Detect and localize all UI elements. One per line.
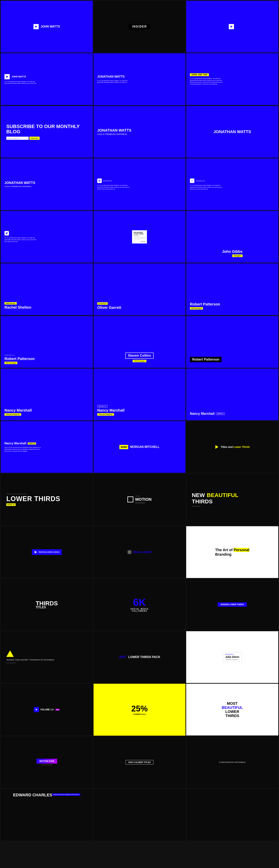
lead-box: LEAD MOTION DESIGNER xyxy=(128,495,151,504)
cell-r3c2: JONATHAN WATTS LOVE IS TREMBLING HAPPINE… xyxy=(94,106,186,158)
cell-r1c3 xyxy=(186,1,278,53)
cell-r8c2: Speaker 01 Nancy Marshall Television Rep… xyxy=(94,369,186,420)
logo-icon xyxy=(33,24,39,29)
produced-by: PRODUCED BY WAVE SPACE xyxy=(6,493,27,495)
svg-rect-12 xyxy=(130,552,131,553)
name-text: Rachel Shelton xyxy=(4,305,31,310)
police-row: American police unions xyxy=(32,549,62,555)
speaker-label: Speaker 01 xyxy=(97,405,107,407)
cell-r15c3: ★ NEW DESIGN BY MOTIONRAM xyxy=(186,736,278,788)
instagram-body: Hi, I'm a professional motion designer. … xyxy=(97,184,131,190)
book-publisher: MotionRam xyxy=(134,241,145,242)
svg-rect-11 xyxy=(128,552,129,553)
logo-name-row: JOHN WATTS xyxy=(33,24,60,29)
thirds-titles-block: THIRDS TITLES xyxy=(36,600,58,609)
name-text: Nancy Marshall xyxy=(4,408,32,412)
subscribe-button[interactable]: Subscribe xyxy=(29,136,40,140)
role-badge-bottom: PHP Developer xyxy=(190,307,203,310)
bobo-row: BOBO Morgan Mitchell xyxy=(119,445,160,449)
cell-r9c3: Titles and Lower Thirds xyxy=(186,421,278,473)
beautiful-text: MOST BEAUTIFUL LOWER THIRDS xyxy=(222,702,243,718)
lead-title: MOTION xyxy=(135,497,151,502)
julia-label: PRESENTER xyxy=(225,654,239,655)
cell-r14c3: MOST BEAUTIFUL LOWER THIRDS xyxy=(186,684,278,736)
logo-icon xyxy=(4,74,10,79)
edward-role-badge: PRESENTATION BRAND SPECIALIST xyxy=(52,793,80,796)
cell-r4c3: f facebook.com Hi, I'm a professional mo… xyxy=(186,158,278,210)
svg-rect-9 xyxy=(128,551,129,552)
name-text: John Gibbs xyxy=(222,249,243,254)
cell-r12c1: THIRDS TITLES xyxy=(1,579,93,630)
logo-icon-only xyxy=(229,24,234,29)
tagline-text: LOVE IS TREMBLING HAPPINESS. xyxy=(97,133,128,135)
cell-r8c3: Nancy Marshall Swipe Up xyxy=(186,369,278,420)
modern-lower-btn[interactable]: MODERN LOWER THIRDS xyxy=(218,602,247,607)
motion-ram-block: MOTION RAM MOTION DESIGN xyxy=(36,759,57,766)
swipe-badge: Swipe Up xyxy=(28,442,36,444)
cell-r9c2: BOBO Morgan Mitchell xyxy=(94,421,186,473)
edward-name: EDWARD CHARLES xyxy=(13,793,52,798)
lower-thirds-title: LOWER THIRDS xyxy=(6,496,60,502)
cell-r4c2: @motionram Hi, I'm a professional motion… xyxy=(94,158,186,210)
svg-marker-13 xyxy=(36,709,38,711)
body-text: Join us at the very first Emosa Worldwid… xyxy=(4,446,42,452)
hashtag-body: Hi, I'm a professional motion designer. … xyxy=(190,78,223,85)
cell-r2c1: JOHN WATTS Hi, I'm a professional motion… xyxy=(1,53,93,105)
name-text: Nancy Marshall xyxy=(97,408,125,412)
drag-drop-text: DRAG & DROP xyxy=(133,551,151,554)
lower-thirds-pack: LOWER THIRDS PACK xyxy=(128,655,160,659)
name-outlined: Steven Collins xyxy=(125,352,154,359)
name-text: JOHN WATTS xyxy=(11,75,26,78)
facebook-body: Hi, I'm a professional motion designer. … xyxy=(190,184,223,190)
instagram-icon xyxy=(97,179,102,183)
main-grid: JOHN WATTS INSIDER JOHN WATTS Hi, I'm a … xyxy=(0,0,279,841)
titles-lower-row: Titles and Lower Thirds xyxy=(215,445,250,449)
name-text: Nancy Marshall xyxy=(4,442,26,445)
twitter-icon xyxy=(4,231,9,236)
volume-label: VOLUME 1.0 xyxy=(40,708,54,711)
cell-r13c2: JUST LOWER THIRDS PACK xyxy=(94,631,186,683)
name-role-block: John Gibbs Designer xyxy=(222,249,243,257)
trend-badge: TREND 2021 xyxy=(192,505,201,507)
insider-badge: INSIDER xyxy=(129,24,151,29)
email-input[interactable] xyxy=(6,136,29,140)
name-text: Nancy Marshall xyxy=(190,412,214,416)
cell-r10c3: NEW BEAUTIFUL THIRDS TREND 2021 xyxy=(186,473,278,525)
tagline-text: LOVE IS TREMBLING HAPPINESS. xyxy=(4,186,32,187)
book-title: New Modern Lower Thirds xyxy=(134,232,145,235)
cell-r6c3: Robert Patterson PHP Developer xyxy=(186,264,278,315)
body-text: Hi, I'm a professional motion designer. … xyxy=(4,81,38,85)
social-row: f facebook.com xyxy=(190,179,205,183)
cell-r5c1: Hi, I'm a professional motion designer. … xyxy=(1,211,93,262)
triangle-body: Advance your content. Typography by Moti… xyxy=(6,659,55,661)
name-text: JOHN WATTS xyxy=(40,25,60,28)
cell-r5c2: New Modern Lower Thirds MotionRam xyxy=(94,211,186,262)
sixk-label: SOCIAL MEDIAFOLLOWERS xyxy=(131,608,149,612)
high-caliber-btn[interactable]: HIGH CALIBER TITLES xyxy=(126,760,153,765)
cell-r14c2: 25% SUMMER SALE xyxy=(94,684,186,736)
book-cover: New Modern Lower Thirds MotionRam xyxy=(132,230,147,244)
name-text: Robert Patterson xyxy=(190,302,220,306)
cell-r13c3: PRESENTER Julia Glenn Television Reporte… xyxy=(186,631,278,683)
name-text: JONATHAN WATTS xyxy=(4,181,35,185)
role-badge: Television Reporter xyxy=(97,413,114,416)
just-word: JUST xyxy=(119,655,126,659)
cell-r7c3: Robert Patterson xyxy=(186,316,278,368)
name-text: Steven Collins xyxy=(128,354,151,358)
volume-badge: V2.5 xyxy=(56,709,60,711)
svg-marker-7 xyxy=(215,445,218,449)
svg-text:f: f xyxy=(192,180,193,182)
sale-label: SUMMER SALE xyxy=(133,713,146,715)
name-swipe-row: Nancy Marshall Swipe Up xyxy=(4,442,36,445)
sale-percent: 25% xyxy=(131,704,148,713)
bobo-logo: BOBO xyxy=(119,445,128,449)
role-badge: PHP Developer xyxy=(4,362,17,364)
drag-drop-row: DRAG & DROP xyxy=(128,550,151,554)
twitter-body: Hi, I'm a professional motion designer. … xyxy=(4,237,38,242)
cell-r9c1: Nancy Marshall Swipe Up Join us at the v… xyxy=(1,421,93,473)
play-icon xyxy=(215,445,219,449)
motion-ram-btn[interactable]: MOTION RAM xyxy=(36,759,57,764)
cell-r3c1: Subscribe to Our Monthly blog Subscribe xyxy=(1,106,93,158)
titles-text: Titles and Lower Thirds xyxy=(220,445,250,448)
svg-marker-2 xyxy=(6,75,8,78)
